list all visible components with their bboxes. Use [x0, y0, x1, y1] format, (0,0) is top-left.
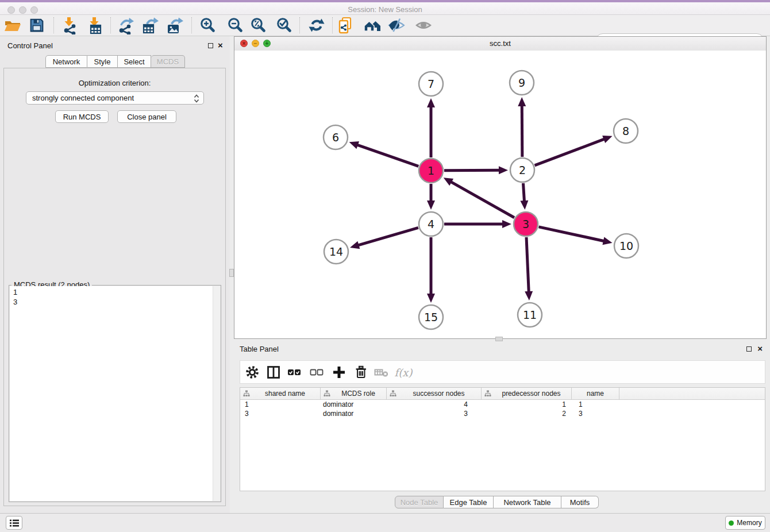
zoom-fit-icon	[250, 17, 266, 33]
table-settings-button[interactable]	[244, 364, 261, 381]
function-builder-button[interactable]: f(x)	[395, 364, 412, 381]
zoom-in-button[interactable]	[197, 16, 218, 35]
mcds-result-scrollbar[interactable]	[213, 286, 220, 501]
first-neighbors-button[interactable]	[361, 16, 383, 35]
select-all-button[interactable]	[286, 364, 303, 381]
tree-icon	[324, 390, 330, 397]
tree-icon	[243, 390, 250, 397]
table-row[interactable]: 3dominator323	[240, 409, 765, 418]
table-cell: 3	[572, 410, 619, 418]
table-row[interactable]: 1dominator411	[240, 400, 765, 409]
tree-icon	[390, 390, 396, 397]
add-column-button[interactable]	[330, 364, 348, 381]
tab-node-table[interactable]: Node Table	[395, 496, 444, 508]
zoom-fit-button[interactable]	[247, 16, 269, 35]
float-panel-icon[interactable]	[208, 43, 213, 48]
refresh-button[interactable]	[306, 16, 328, 35]
import-network-icon	[61, 17, 79, 34]
mcds-result-text[interactable]: 13	[10, 286, 213, 501]
graph-edge[interactable]	[535, 138, 606, 165]
column-header-name[interactable]: name	[572, 388, 619, 399]
tab-select[interactable]: Select	[118, 55, 151, 68]
application-window: Session: New Session	[0, 0, 770, 532]
close-panel-icon[interactable]: ×	[218, 41, 223, 49]
save-session-button[interactable]	[26, 16, 48, 35]
control-panel: Control Panel × NetworkStyleSelectMCDS O…	[0, 36, 230, 513]
mcds-result-line: 1	[13, 287, 213, 297]
tab-network-table[interactable]: Network Table	[494, 496, 561, 508]
column-header-predecessor-nodes[interactable]: predecessor nodes	[482, 388, 572, 399]
node-table: shared nameMCDS rolesuccessor nodesprede…	[240, 387, 765, 491]
network-window-title: scc.txt	[234, 39, 766, 48]
export-table-button[interactable]	[139, 16, 161, 35]
chevron-updown-icon	[194, 94, 199, 105]
tab-mcds[interactable]: MCDS	[151, 55, 185, 68]
unselect-all-button[interactable]	[308, 364, 325, 381]
float-table-panel-icon[interactable]	[746, 346, 752, 352]
delete-column-button[interactable]	[373, 364, 390, 381]
graph-edge[interactable]	[356, 145, 418, 167]
graph-edge[interactable]	[522, 105, 522, 157]
graph-edge[interactable]	[523, 183, 524, 202]
export-network-button[interactable]	[115, 16, 137, 35]
task-history-button[interactable]	[6, 516, 22, 530]
graph-node-label: 3	[522, 218, 529, 230]
graph-node-label: 8	[622, 125, 629, 137]
table-cell: 4	[387, 400, 482, 408]
network-view-window: × − + scc.txt 7968124314101511	[234, 36, 767, 339]
table-cell: 1	[482, 400, 572, 408]
save-icon	[29, 18, 44, 33]
tab-motifs[interactable]: Motifs	[561, 496, 599, 508]
tab-edge-table[interactable]: Edge Table	[444, 496, 494, 508]
horizontal-splitter-grip[interactable]	[495, 337, 503, 341]
open-session-button[interactable]	[2, 16, 24, 35]
close-table-panel-icon[interactable]: ×	[757, 345, 763, 353]
graph-edge-arrowhead	[520, 201, 528, 210]
main-toolbar	[0, 15, 770, 36]
network-canvas[interactable]: 7968124314101511	[234, 51, 766, 338]
show-graphics-details-button[interactable]	[386, 16, 407, 35]
graph-edge[interactable]	[538, 227, 605, 241]
memory-button[interactable]: Memory	[725, 516, 765, 530]
table-cell: 1	[240, 400, 321, 408]
column-header-label: name	[572, 390, 619, 398]
zoom-selected-button[interactable]	[273, 16, 295, 35]
column-header-shared-name[interactable]: shared name	[240, 388, 321, 399]
criterion-select[interactable]: strongly connected component	[26, 91, 204, 105]
graph-edge[interactable]	[357, 228, 418, 245]
import-network-button[interactable]	[59, 16, 81, 35]
birds-eye-icon	[415, 17, 432, 34]
graph-edge[interactable]	[450, 182, 514, 218]
birds-eye-view-button[interactable]	[413, 16, 434, 35]
optimization-criterion-label: Optimization criterion:	[4, 79, 225, 87]
column-header-MCDS-role[interactable]: MCDS role	[321, 388, 387, 399]
zoom-in-icon	[199, 17, 215, 33]
network-window-titlebar[interactable]: × − + scc.txt	[234, 37, 766, 51]
delete-button[interactable]	[352, 364, 369, 381]
memory-label: Memory	[737, 519, 761, 527]
import-table-button[interactable]	[84, 16, 106, 35]
vertical-splitter-grip[interactable]	[229, 269, 234, 277]
mcds-result-line: 3	[13, 297, 213, 307]
tab-network[interactable]: Network	[45, 55, 87, 68]
close-panel-button[interactable]: Close panel	[117, 110, 176, 123]
status-bar: Memory	[0, 513, 770, 532]
show-columns-button[interactable]	[265, 364, 282, 381]
list-icon	[10, 519, 19, 527]
graphics-details-eye-icon	[388, 17, 405, 34]
graph-edge[interactable]	[444, 170, 500, 171]
network-from-selection-button[interactable]	[335, 16, 357, 35]
houses-icon	[364, 18, 381, 33]
graph-node-label: 7	[428, 78, 434, 90]
export-image-icon	[166, 17, 183, 34]
graph-edge-arrowhead	[518, 97, 526, 106]
run-mcds-button[interactable]: Run MCDS	[55, 110, 109, 123]
zoom-out-button[interactable]	[224, 16, 246, 35]
export-image-button[interactable]	[164, 16, 186, 35]
graph-edge[interactable]	[526, 237, 529, 293]
toolbar-separator	[53, 17, 54, 33]
column-header-successor-nodes[interactable]: successor nodes	[387, 388, 482, 399]
tab-style[interactable]: Style	[87, 55, 118, 68]
gear-icon	[244, 364, 260, 380]
graph-edge-arrowhead	[525, 291, 533, 300]
